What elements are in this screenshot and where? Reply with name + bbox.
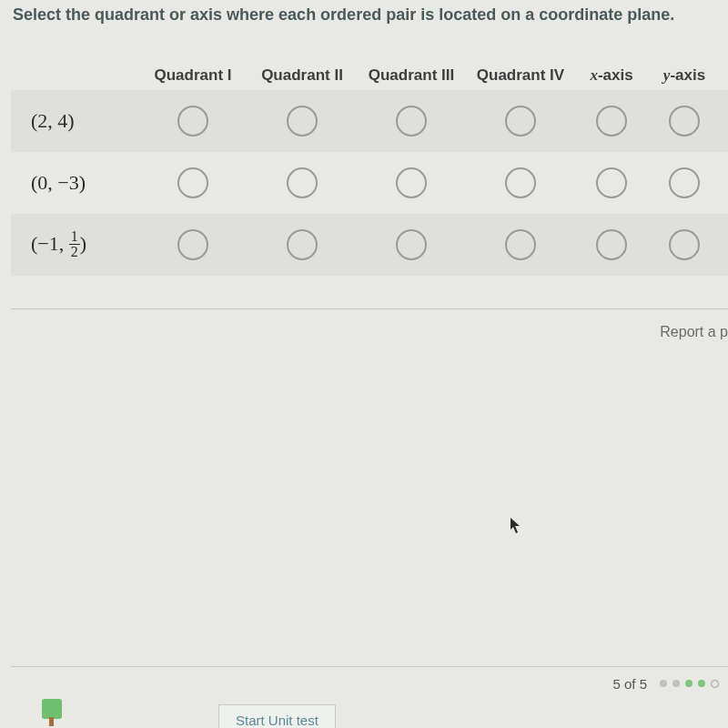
radio-r0-q1[interactable] [177, 106, 208, 136]
radio-r0-q4[interactable] [505, 106, 536, 136]
question-prompt: Select the quadrant or axis where each o… [11, 5, 728, 25]
report-problem-link[interactable]: Report a p [11, 324, 728, 340]
dot-icon [711, 680, 719, 688]
radio-r2-yaxis[interactable] [669, 229, 700, 260]
col-x-axis: x-axis [575, 66, 648, 85]
progress-dots [660, 680, 719, 688]
radio-r1-q4[interactable] [505, 167, 536, 198]
dot-icon [660, 680, 667, 687]
cursor-icon [510, 517, 522, 535]
col-quadrant-2: Quadrant II [248, 66, 357, 85]
radio-r0-q3[interactable] [396, 106, 427, 136]
radio-r0-q2[interactable] [287, 106, 318, 136]
dot-icon [672, 680, 680, 687]
table-row: (2, 4) [11, 90, 728, 152]
radio-r2-q2[interactable] [287, 229, 318, 260]
col-quadrant-3: Quadrant III [357, 66, 466, 85]
progress-text: 5 of 5 [612, 676, 647, 692]
radio-r1-yaxis[interactable] [669, 167, 700, 198]
radio-r0-yaxis[interactable] [669, 106, 700, 136]
radio-r1-q3[interactable] [396, 167, 427, 198]
radio-r2-q4[interactable] [505, 229, 536, 260]
answer-grid: Quadrant I Quadrant II Quadrant III Quad… [11, 66, 728, 276]
ordered-pair-label: (0, −3) [11, 171, 138, 195]
start-unit-test-button[interactable]: Start Unit test [218, 704, 336, 728]
radio-r1-q2[interactable] [287, 167, 318, 198]
radio-r2-q3[interactable] [396, 229, 427, 260]
col-y-axis: y-axis [648, 66, 721, 85]
ordered-pair-label: (−1, 12) [11, 230, 138, 260]
ordered-pair-label: (2, 4) [11, 109, 138, 133]
radio-r2-xaxis[interactable] [596, 229, 627, 260]
radio-r2-q1[interactable] [177, 229, 208, 260]
dot-icon [698, 680, 705, 687]
radio-r1-xaxis[interactable] [596, 167, 627, 198]
radio-r0-xaxis[interactable] [596, 106, 627, 136]
tree-icon [42, 695, 62, 726]
table-row: (0, −3) [11, 152, 728, 214]
col-quadrant-1: Quadrant I [138, 66, 248, 85]
table-row: (−1, 12) [11, 214, 728, 276]
col-quadrant-4: Quadrant IV [466, 66, 575, 85]
footer-bar: 5 of 5 [11, 666, 728, 692]
divider [11, 308, 728, 309]
dot-icon [685, 680, 693, 687]
header-row: Quadrant I Quadrant II Quadrant III Quad… [11, 66, 728, 90]
radio-r1-q1[interactable] [177, 167, 208, 198]
